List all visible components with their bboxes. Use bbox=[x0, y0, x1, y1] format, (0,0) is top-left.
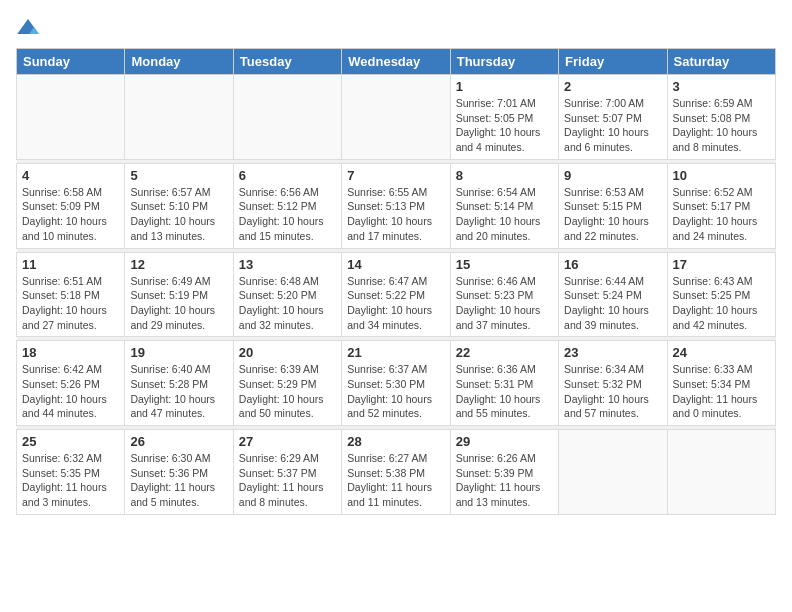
day-info: Sunrise: 6:52 AM Sunset: 5:17 PM Dayligh… bbox=[673, 185, 770, 244]
day-number: 10 bbox=[673, 168, 770, 183]
weekday-header-monday: Monday bbox=[125, 49, 233, 75]
calendar-cell: 18Sunrise: 6:42 AM Sunset: 5:26 PM Dayli… bbox=[17, 341, 125, 426]
day-info: Sunrise: 6:56 AM Sunset: 5:12 PM Dayligh… bbox=[239, 185, 336, 244]
calendar-cell: 14Sunrise: 6:47 AM Sunset: 5:22 PM Dayli… bbox=[342, 252, 450, 337]
calendar-cell: 7Sunrise: 6:55 AM Sunset: 5:13 PM Daylig… bbox=[342, 163, 450, 248]
calendar-cell: 10Sunrise: 6:52 AM Sunset: 5:17 PM Dayli… bbox=[667, 163, 775, 248]
day-number: 25 bbox=[22, 434, 119, 449]
calendar-cell: 22Sunrise: 6:36 AM Sunset: 5:31 PM Dayli… bbox=[450, 341, 558, 426]
day-info: Sunrise: 7:01 AM Sunset: 5:05 PM Dayligh… bbox=[456, 96, 553, 155]
calendar-cell: 8Sunrise: 6:54 AM Sunset: 5:14 PM Daylig… bbox=[450, 163, 558, 248]
page-header bbox=[16, 16, 776, 40]
day-number: 28 bbox=[347, 434, 444, 449]
day-number: 23 bbox=[564, 345, 661, 360]
calendar-week-3: 11Sunrise: 6:51 AM Sunset: 5:18 PM Dayli… bbox=[17, 252, 776, 337]
day-info: Sunrise: 6:53 AM Sunset: 5:15 PM Dayligh… bbox=[564, 185, 661, 244]
weekday-header-tuesday: Tuesday bbox=[233, 49, 341, 75]
day-info: Sunrise: 6:43 AM Sunset: 5:25 PM Dayligh… bbox=[673, 274, 770, 333]
logo bbox=[16, 16, 44, 40]
day-info: Sunrise: 6:34 AM Sunset: 5:32 PM Dayligh… bbox=[564, 362, 661, 421]
day-info: Sunrise: 6:42 AM Sunset: 5:26 PM Dayligh… bbox=[22, 362, 119, 421]
day-number: 15 bbox=[456, 257, 553, 272]
day-info: Sunrise: 6:55 AM Sunset: 5:13 PM Dayligh… bbox=[347, 185, 444, 244]
calendar-cell: 27Sunrise: 6:29 AM Sunset: 5:37 PM Dayli… bbox=[233, 430, 341, 515]
day-number: 19 bbox=[130, 345, 227, 360]
day-number: 29 bbox=[456, 434, 553, 449]
day-number: 2 bbox=[564, 79, 661, 94]
calendar-cell: 9Sunrise: 6:53 AM Sunset: 5:15 PM Daylig… bbox=[559, 163, 667, 248]
day-number: 13 bbox=[239, 257, 336, 272]
day-number: 26 bbox=[130, 434, 227, 449]
calendar-cell bbox=[125, 75, 233, 160]
day-number: 3 bbox=[673, 79, 770, 94]
weekday-header-thursday: Thursday bbox=[450, 49, 558, 75]
calendar-cell: 6Sunrise: 6:56 AM Sunset: 5:12 PM Daylig… bbox=[233, 163, 341, 248]
calendar-cell: 16Sunrise: 6:44 AM Sunset: 5:24 PM Dayli… bbox=[559, 252, 667, 337]
day-info: Sunrise: 6:48 AM Sunset: 5:20 PM Dayligh… bbox=[239, 274, 336, 333]
day-info: Sunrise: 6:30 AM Sunset: 5:36 PM Dayligh… bbox=[130, 451, 227, 510]
day-number: 7 bbox=[347, 168, 444, 183]
day-number: 11 bbox=[22, 257, 119, 272]
day-info: Sunrise: 6:47 AM Sunset: 5:22 PM Dayligh… bbox=[347, 274, 444, 333]
day-info: Sunrise: 6:27 AM Sunset: 5:38 PM Dayligh… bbox=[347, 451, 444, 510]
day-info: Sunrise: 7:00 AM Sunset: 5:07 PM Dayligh… bbox=[564, 96, 661, 155]
calendar-cell: 11Sunrise: 6:51 AM Sunset: 5:18 PM Dayli… bbox=[17, 252, 125, 337]
calendar-week-4: 18Sunrise: 6:42 AM Sunset: 5:26 PM Dayli… bbox=[17, 341, 776, 426]
weekday-header-friday: Friday bbox=[559, 49, 667, 75]
calendar-cell: 29Sunrise: 6:26 AM Sunset: 5:39 PM Dayli… bbox=[450, 430, 558, 515]
calendar-cell bbox=[559, 430, 667, 515]
calendar-cell: 1Sunrise: 7:01 AM Sunset: 5:05 PM Daylig… bbox=[450, 75, 558, 160]
day-number: 20 bbox=[239, 345, 336, 360]
calendar-cell: 4Sunrise: 6:58 AM Sunset: 5:09 PM Daylig… bbox=[17, 163, 125, 248]
day-number: 21 bbox=[347, 345, 444, 360]
day-info: Sunrise: 6:46 AM Sunset: 5:23 PM Dayligh… bbox=[456, 274, 553, 333]
calendar-cell: 25Sunrise: 6:32 AM Sunset: 5:35 PM Dayli… bbox=[17, 430, 125, 515]
day-number: 16 bbox=[564, 257, 661, 272]
weekday-header-sunday: Sunday bbox=[17, 49, 125, 75]
weekday-header-saturday: Saturday bbox=[667, 49, 775, 75]
day-number: 22 bbox=[456, 345, 553, 360]
calendar-cell: 20Sunrise: 6:39 AM Sunset: 5:29 PM Dayli… bbox=[233, 341, 341, 426]
calendar-cell: 23Sunrise: 6:34 AM Sunset: 5:32 PM Dayli… bbox=[559, 341, 667, 426]
day-info: Sunrise: 6:33 AM Sunset: 5:34 PM Dayligh… bbox=[673, 362, 770, 421]
logo-icon bbox=[16, 16, 40, 40]
calendar-header-row: SundayMondayTuesdayWednesdayThursdayFrid… bbox=[17, 49, 776, 75]
calendar-cell: 3Sunrise: 6:59 AM Sunset: 5:08 PM Daylig… bbox=[667, 75, 775, 160]
calendar-cell: 13Sunrise: 6:48 AM Sunset: 5:20 PM Dayli… bbox=[233, 252, 341, 337]
calendar-cell: 28Sunrise: 6:27 AM Sunset: 5:38 PM Dayli… bbox=[342, 430, 450, 515]
calendar-cell: 19Sunrise: 6:40 AM Sunset: 5:28 PM Dayli… bbox=[125, 341, 233, 426]
day-info: Sunrise: 6:59 AM Sunset: 5:08 PM Dayligh… bbox=[673, 96, 770, 155]
day-number: 18 bbox=[22, 345, 119, 360]
calendar-week-2: 4Sunrise: 6:58 AM Sunset: 5:09 PM Daylig… bbox=[17, 163, 776, 248]
calendar-week-5: 25Sunrise: 6:32 AM Sunset: 5:35 PM Dayli… bbox=[17, 430, 776, 515]
calendar-cell bbox=[667, 430, 775, 515]
day-info: Sunrise: 6:58 AM Sunset: 5:09 PM Dayligh… bbox=[22, 185, 119, 244]
day-info: Sunrise: 6:51 AM Sunset: 5:18 PM Dayligh… bbox=[22, 274, 119, 333]
day-number: 8 bbox=[456, 168, 553, 183]
day-info: Sunrise: 6:32 AM Sunset: 5:35 PM Dayligh… bbox=[22, 451, 119, 510]
day-info: Sunrise: 6:36 AM Sunset: 5:31 PM Dayligh… bbox=[456, 362, 553, 421]
day-number: 27 bbox=[239, 434, 336, 449]
calendar-cell bbox=[342, 75, 450, 160]
day-info: Sunrise: 6:54 AM Sunset: 5:14 PM Dayligh… bbox=[456, 185, 553, 244]
day-number: 14 bbox=[347, 257, 444, 272]
calendar-cell: 24Sunrise: 6:33 AM Sunset: 5:34 PM Dayli… bbox=[667, 341, 775, 426]
day-number: 24 bbox=[673, 345, 770, 360]
day-number: 5 bbox=[130, 168, 227, 183]
day-info: Sunrise: 6:40 AM Sunset: 5:28 PM Dayligh… bbox=[130, 362, 227, 421]
calendar-cell: 12Sunrise: 6:49 AM Sunset: 5:19 PM Dayli… bbox=[125, 252, 233, 337]
day-number: 4 bbox=[22, 168, 119, 183]
calendar-cell: 5Sunrise: 6:57 AM Sunset: 5:10 PM Daylig… bbox=[125, 163, 233, 248]
day-number: 1 bbox=[456, 79, 553, 94]
calendar-cell bbox=[233, 75, 341, 160]
calendar-cell: 15Sunrise: 6:46 AM Sunset: 5:23 PM Dayli… bbox=[450, 252, 558, 337]
day-number: 9 bbox=[564, 168, 661, 183]
calendar-table: SundayMondayTuesdayWednesdayThursdayFrid… bbox=[16, 48, 776, 515]
day-info: Sunrise: 6:29 AM Sunset: 5:37 PM Dayligh… bbox=[239, 451, 336, 510]
day-info: Sunrise: 6:57 AM Sunset: 5:10 PM Dayligh… bbox=[130, 185, 227, 244]
day-info: Sunrise: 6:44 AM Sunset: 5:24 PM Dayligh… bbox=[564, 274, 661, 333]
day-number: 6 bbox=[239, 168, 336, 183]
calendar-cell: 21Sunrise: 6:37 AM Sunset: 5:30 PM Dayli… bbox=[342, 341, 450, 426]
day-info: Sunrise: 6:39 AM Sunset: 5:29 PM Dayligh… bbox=[239, 362, 336, 421]
calendar-cell bbox=[17, 75, 125, 160]
